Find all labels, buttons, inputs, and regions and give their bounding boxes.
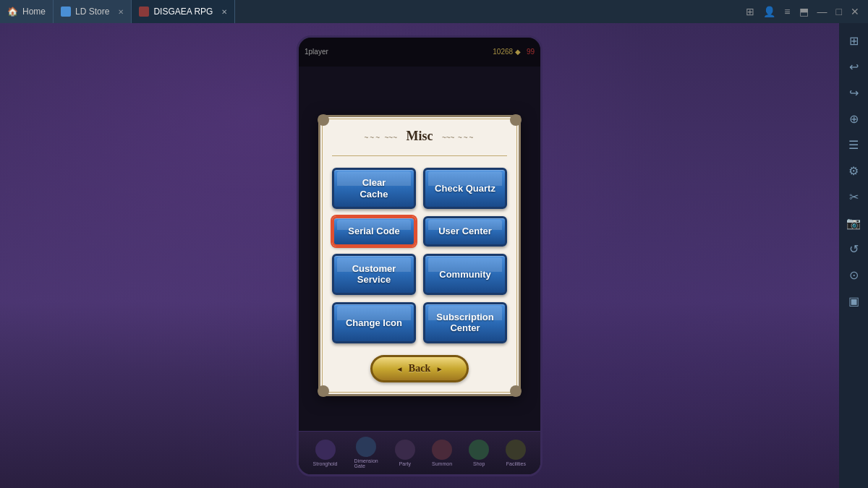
party-icon xyxy=(395,440,415,460)
mobile-content: 1player 10268 ◆ 99 ~~~ Misc ~~~ xyxy=(299,38,540,474)
mobile-frame: 1player 10268 ◆ 99 ~~~ Misc ~~~ xyxy=(297,35,542,476)
ldstore-icon xyxy=(61,7,71,17)
tab-disgaea[interactable]: DISGAEA RPG ✕ xyxy=(132,0,235,23)
back-label: Back xyxy=(409,363,430,374)
summon-label: Summon xyxy=(432,461,452,466)
sidebar-grid-icon[interactable]: ⊞ xyxy=(842,29,865,52)
back-button[interactable]: Back xyxy=(370,355,468,382)
dialog-divider xyxy=(332,155,507,156)
disgaea-close[interactable]: ✕ xyxy=(221,8,227,16)
title-decoration-left: ~~~ xyxy=(385,134,398,142)
check-quartz-button[interactable]: Check Quartz xyxy=(423,168,507,209)
back-button-container: Back xyxy=(332,355,507,382)
tab-disgaea-label: DISGAEA RPG xyxy=(153,7,213,17)
home-icon: 🏠 xyxy=(7,7,18,17)
taskbar-controls: ⊞ 👤 ≡ ⬒ — □ ✕ xyxy=(746,6,868,17)
sidebar-refresh-icon[interactable]: ↺ xyxy=(842,237,865,260)
tab-ldstore[interactable]: LD Store ✕ xyxy=(54,0,132,23)
customer-service-button[interactable]: CustomerService xyxy=(332,254,416,295)
tab-home-label: Home xyxy=(22,7,46,17)
grid-btn[interactable]: ⊞ xyxy=(746,6,754,17)
ldstore-close[interactable]: ✕ xyxy=(118,8,124,16)
tab-home[interactable]: 🏠 Home xyxy=(0,0,54,23)
subscription-center-button[interactable]: SubscriptionCenter xyxy=(423,302,507,343)
button-grid: ClearCache Check Quartz Serial Code User xyxy=(332,168,507,343)
minimize-btn[interactable]: — xyxy=(817,6,827,17)
sidebar-camera-icon[interactable]: 📷 xyxy=(842,211,865,234)
dialog-title: Misc xyxy=(401,129,439,143)
maximize-btn[interactable]: □ xyxy=(836,6,842,17)
close-btn[interactable]: ✕ xyxy=(851,6,859,17)
menu-btn[interactable]: ≡ xyxy=(784,6,790,17)
corner-bl xyxy=(318,385,329,397)
right-sidebar: ⊞ ↩ ↪ ⊕ ☰ ⚙ ✂ 📷 ↺ ⊙ ▣ xyxy=(839,23,868,488)
sidebar-forward-icon[interactable]: ↪ xyxy=(842,81,865,104)
stronghold-icon xyxy=(315,440,336,460)
check-quartz-label: Check Quartz xyxy=(435,183,495,194)
community-label: Community xyxy=(439,269,491,280)
summon-icon xyxy=(432,440,452,460)
change-icon-button[interactable]: Change Icon xyxy=(332,302,416,343)
sidebar-add-icon[interactable]: ⊕ xyxy=(842,107,865,130)
nav-facilities[interactable]: Facilities xyxy=(506,440,526,466)
sidebar-scissors-icon[interactable]: ✂ xyxy=(842,185,865,208)
game-area: 1player 10268 ◆ 99 ~~~ Misc ~~~ xyxy=(0,23,839,488)
sidebar-circle-icon[interactable]: ⊙ xyxy=(842,263,865,286)
nav-summon[interactable]: Summon xyxy=(432,440,452,466)
misc-dialog: ~~~ Misc ~~~ ClearCache Check Quartz xyxy=(318,115,521,396)
nav-stronghold[interactable]: Stronghold xyxy=(313,440,338,466)
account-btn[interactable]: 👤 xyxy=(763,6,775,17)
change-icon-label: Change Icon xyxy=(346,317,402,328)
nav-party[interactable]: Party xyxy=(395,440,415,466)
shop-label: Shop xyxy=(473,461,485,466)
party-label: Party xyxy=(399,461,411,466)
stronghold-label: Stronghold xyxy=(313,461,338,466)
mobile-bottom-bar: Stronghold DimensionGate Party Summon Sh… xyxy=(299,431,540,474)
share-btn[interactable]: ⬒ xyxy=(799,6,809,17)
sidebar-back-icon[interactable]: ↩ xyxy=(842,55,865,78)
clear-cache-button[interactable]: ClearCache xyxy=(332,168,416,209)
subscription-center-label: SubscriptionCenter xyxy=(436,312,493,334)
facilities-label: Facilities xyxy=(506,461,526,466)
corner-tr xyxy=(510,114,522,126)
user-center-label: User Center xyxy=(438,226,492,236)
serial-code-button[interactable]: Serial Code xyxy=(332,216,416,247)
tab-ldstore-label: LD Store xyxy=(75,7,109,17)
dialog-title-bar: ~~~ Misc ~~~ xyxy=(332,129,507,144)
shop-icon xyxy=(469,440,489,460)
dimension-gate-label: DimensionGate xyxy=(354,458,378,468)
community-button[interactable]: Community xyxy=(423,254,507,295)
taskbar: 🏠 Home LD Store ✕ DISGAEA RPG ✕ ⊞ 👤 ≡ ⬒ … xyxy=(0,0,868,23)
nav-shop[interactable]: Shop xyxy=(469,440,489,466)
dimension-gate-icon xyxy=(356,437,376,457)
title-decoration-right: ~~~ xyxy=(442,134,455,142)
clear-cache-label: ClearCache xyxy=(359,177,388,200)
dialog-overlay: ~~~ Misc ~~~ ClearCache Check Quartz xyxy=(299,38,540,474)
customer-service-label: CustomerService xyxy=(352,263,396,286)
corner-tl xyxy=(318,114,329,126)
facilities-icon xyxy=(506,440,526,460)
disgaea-icon xyxy=(139,7,149,17)
sidebar-menu-icon[interactable]: ☰ xyxy=(842,133,865,156)
sidebar-square-icon[interactable]: ▣ xyxy=(842,289,865,312)
sidebar-gear-icon[interactable]: ⚙ xyxy=(842,159,865,182)
serial-code-label: Serial Code xyxy=(348,226,400,236)
corner-br xyxy=(510,385,522,397)
nav-dimension-gate[interactable]: DimensionGate xyxy=(354,437,378,468)
user-center-button[interactable]: User Center xyxy=(423,216,507,247)
